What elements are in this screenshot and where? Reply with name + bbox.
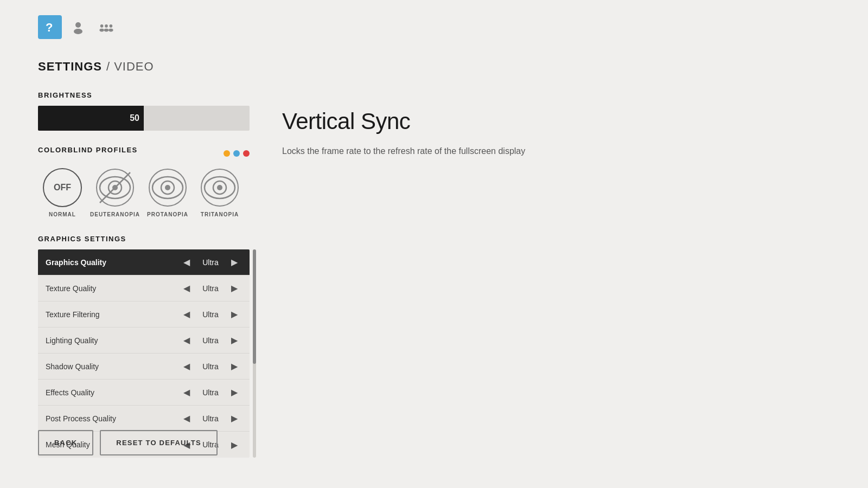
scrollbar-track[interactable] bbox=[253, 249, 256, 458]
texture-quality-right-arrow[interactable]: ▶ bbox=[227, 281, 242, 296]
colorblind-label: COLORBLIND PROFILES bbox=[38, 146, 138, 154]
video-title: VIDEO bbox=[114, 60, 154, 74]
title-separator: / bbox=[106, 60, 110, 74]
svg-point-21 bbox=[217, 185, 222, 190]
breadcrumb: SETTINGS / VIDEO bbox=[38, 60, 309, 74]
off-label: OFF bbox=[54, 183, 71, 192]
brightness-track: 50 bbox=[38, 106, 250, 131]
post-process-quality-right-arrow[interactable]: ▶ bbox=[227, 411, 242, 426]
profile-protanopia[interactable]: PROTANOPIA bbox=[143, 168, 192, 217]
reset-to-defaults-button[interactable]: RESET TO DEFAULTS bbox=[100, 430, 217, 455]
normal-label: NORMAL bbox=[49, 211, 76, 217]
texture-quality-label: Texture Quality bbox=[46, 284, 179, 293]
texture-quality-value: Ultra bbox=[194, 284, 227, 293]
deuteranopia-label: DEUTERANOPIA bbox=[90, 211, 140, 217]
settings-title: SETTINGS bbox=[38, 60, 102, 74]
effects-quality-left-arrow[interactable]: ◀ bbox=[179, 385, 194, 400]
group-nav-icon[interactable] bbox=[94, 15, 118, 39]
texture-quality-row[interactable]: Texture Quality ◀ Ultra ▶ bbox=[38, 275, 250, 301]
svg-point-2 bbox=[74, 29, 82, 34]
tritanopia-label: TRITANOPIA bbox=[201, 211, 239, 217]
top-nav: ? bbox=[38, 15, 118, 39]
svg-point-7 bbox=[110, 24, 113, 28]
graphics-section: GRAPHICS SETTINGS Graphics Quality ◀ Ult… bbox=[38, 235, 309, 460]
protanopia-icon bbox=[148, 168, 187, 207]
profile-deuteranopia[interactable]: DEUTERANOPIA bbox=[90, 168, 140, 217]
shadow-quality-left-arrow[interactable]: ◀ bbox=[179, 359, 194, 374]
post-process-quality-value: Ultra bbox=[194, 414, 227, 423]
lighting-quality-label: Lighting Quality bbox=[46, 336, 179, 345]
lighting-quality-value: Ultra bbox=[194, 336, 227, 345]
info-description: Locks the frame rate to the refresh rate… bbox=[282, 144, 608, 158]
colorblind-header: COLORBLIND PROFILES bbox=[38, 146, 250, 160]
texture-quality-left-arrow[interactable]: ◀ bbox=[179, 281, 194, 296]
texture-filtering-row[interactable]: Texture Filtering ◀ Ultra ▶ bbox=[38, 301, 250, 328]
colorblind-dots bbox=[224, 150, 250, 157]
effects-quality-row[interactable]: Effects Quality ◀ Ultra ▶ bbox=[38, 380, 250, 406]
graphics-quality-label: Graphics Quality bbox=[46, 258, 179, 267]
shadow-quality-label: Shadow Quality bbox=[46, 362, 179, 371]
profile-normal[interactable]: OFF NORMAL bbox=[38, 168, 87, 217]
back-button[interactable]: BACK bbox=[38, 430, 93, 455]
lighting-quality-row[interactable]: Lighting Quality ◀ Ultra ▶ bbox=[38, 328, 250, 354]
post-process-quality-left-arrow[interactable]: ◀ bbox=[179, 411, 194, 426]
deuteranopia-icon bbox=[95, 168, 135, 207]
info-panel: Vertical Sync Locks the frame rate to th… bbox=[282, 108, 608, 158]
info-title: Vertical Sync bbox=[282, 108, 608, 134]
colorblind-section: COLORBLIND PROFILES OFF NORMAL bbox=[38, 146, 309, 217]
graphics-quality-row[interactable]: Graphics Quality ◀ Ultra ▶ bbox=[38, 249, 250, 275]
graphics-quality-left-arrow[interactable]: ◀ bbox=[179, 255, 194, 270]
svg-point-4 bbox=[99, 29, 104, 32]
texture-filtering-right-arrow[interactable]: ▶ bbox=[227, 307, 242, 322]
profile-tritanopia[interactable]: TRITANOPIA bbox=[195, 168, 244, 217]
lighting-quality-left-arrow[interactable]: ◀ bbox=[179, 333, 194, 348]
dot-yellow bbox=[224, 150, 230, 157]
svg-point-1 bbox=[75, 22, 81, 28]
graphics-quality-value: Ultra bbox=[194, 258, 227, 267]
dot-blue bbox=[233, 150, 240, 157]
colorblind-profiles: OFF NORMAL DEUTERANOPIA bbox=[38, 168, 309, 217]
graphics-label: GRAPHICS SETTINGS bbox=[38, 235, 309, 243]
brightness-value: 50 bbox=[130, 113, 139, 123]
texture-filtering-value: Ultra bbox=[194, 310, 227, 319]
shadow-quality-row[interactable]: Shadow Quality ◀ Ultra ▶ bbox=[38, 354, 250, 380]
svg-text:?: ? bbox=[46, 21, 53, 34]
main-content: SETTINGS / VIDEO BRIGHTNESS 50 COLORBLIN… bbox=[38, 60, 309, 473]
graphics-list: Graphics Quality ◀ Ultra ▶ Texture Quali… bbox=[38, 249, 250, 458]
shadow-quality-value: Ultra bbox=[194, 362, 227, 371]
mesh-quality-right-arrow[interactable]: ▶ bbox=[227, 437, 242, 452]
profile-nav-icon[interactable] bbox=[66, 15, 90, 39]
effects-quality-label: Effects Quality bbox=[46, 388, 179, 397]
texture-filtering-left-arrow[interactable]: ◀ bbox=[179, 307, 194, 322]
off-button[interactable]: OFF bbox=[43, 168, 82, 207]
effects-quality-value: Ultra bbox=[194, 388, 227, 397]
help-nav-icon[interactable]: ? bbox=[38, 15, 62, 39]
svg-point-8 bbox=[108, 29, 113, 32]
svg-point-5 bbox=[105, 24, 108, 28]
lighting-quality-right-arrow[interactable]: ▶ bbox=[227, 333, 242, 348]
brightness-slider-container[interactable]: 50 bbox=[38, 106, 250, 131]
shadow-quality-right-arrow[interactable]: ▶ bbox=[227, 359, 242, 374]
graphics-quality-right-arrow[interactable]: ▶ bbox=[227, 255, 242, 270]
svg-point-6 bbox=[104, 29, 108, 32]
post-process-quality-row[interactable]: Post Process Quality ◀ Ultra ▶ bbox=[38, 406, 250, 432]
tritanopia-icon bbox=[200, 168, 239, 207]
scrollbar-thumb[interactable] bbox=[253, 249, 256, 364]
brightness-section: BRIGHTNESS 50 bbox=[38, 91, 309, 131]
svg-point-3 bbox=[100, 24, 104, 28]
svg-point-17 bbox=[165, 185, 170, 190]
protanopia-label: PROTANOPIA bbox=[147, 211, 188, 217]
brightness-label: BRIGHTNESS bbox=[38, 91, 309, 99]
effects-quality-right-arrow[interactable]: ▶ bbox=[227, 385, 242, 400]
brightness-fill: 50 bbox=[38, 106, 144, 131]
bottom-buttons: BACK RESET TO DEFAULTS bbox=[38, 430, 218, 455]
dot-red bbox=[243, 150, 250, 157]
post-process-quality-label: Post Process Quality bbox=[46, 414, 179, 423]
texture-filtering-label: Texture Filtering bbox=[46, 310, 179, 319]
